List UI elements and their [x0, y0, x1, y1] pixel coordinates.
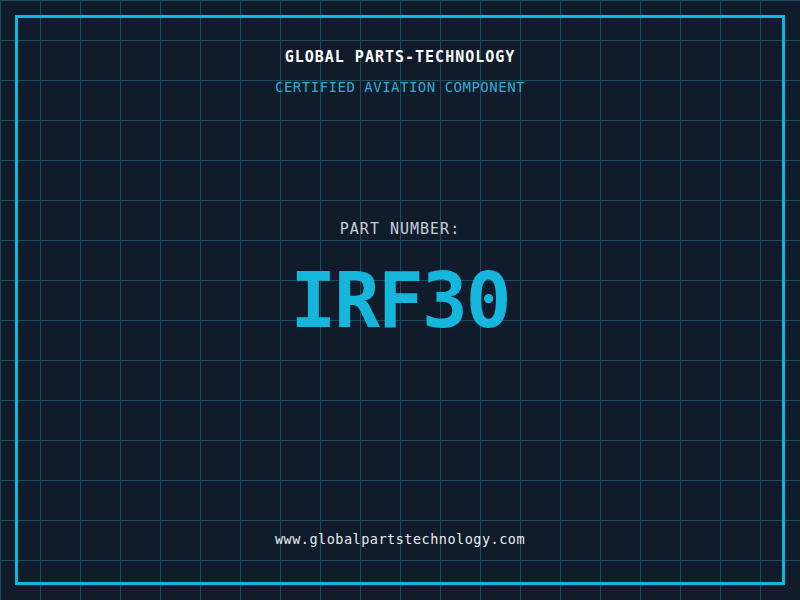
- website-url: www.globalpartstechnology.com: [0, 532, 800, 547]
- certification-subtitle: CERTIFIED AVIATION COMPONENT: [0, 80, 800, 95]
- part-number-value: IRF30: [0, 263, 800, 339]
- brand-title: GLOBAL PARTS-TECHNOLOGY: [0, 49, 800, 65]
- part-number-label: PART NUMBER:: [0, 221, 800, 237]
